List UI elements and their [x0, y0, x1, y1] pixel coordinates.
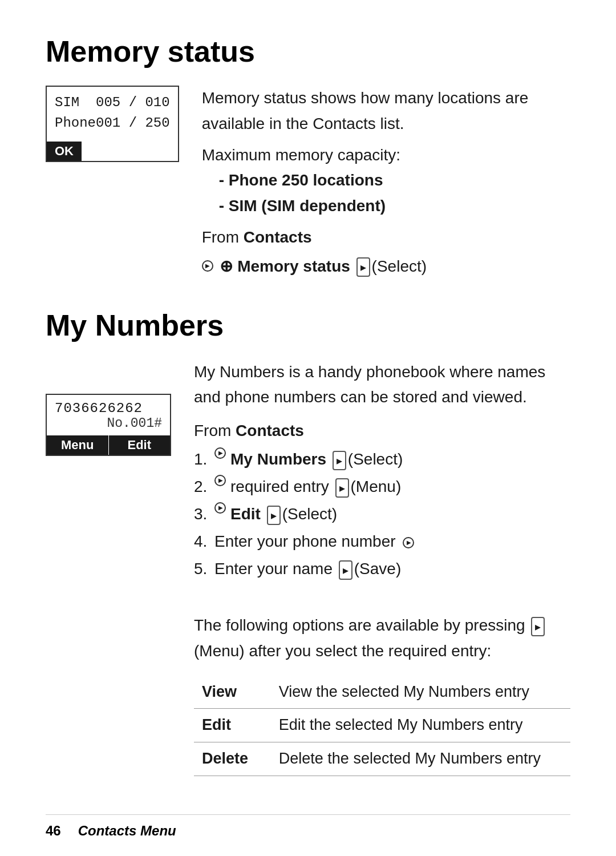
memory-nav: ▶ ⊕ Memory status ▸(Select) [202, 254, 570, 280]
option-view-row: View View the selected My Numbers entry [194, 676, 570, 709]
option-delete-desc: Delete the selected My Numbers entry [271, 742, 570, 776]
option-edit-label: Edit [194, 709, 271, 742]
screen2-inner: 7036626262 No.001# [47, 395, 170, 433]
step-2-text: required entry ▸(Menu) [230, 475, 401, 499]
page-footer: 46 Contacts Menu [46, 814, 570, 839]
step-5-num: 5. [194, 557, 214, 581]
circle-arrow-icon: ▶ [202, 260, 216, 272]
step-1: 1. ▶ My Numbers ▸(Select) [194, 447, 570, 471]
ok-button[interactable]: OK [47, 142, 82, 161]
phone-row: Phone 001 / 250 [55, 113, 170, 134]
sim-label: SIM [55, 92, 79, 113]
memory-status-section: SIM 005 / 010 Phone 001 / 250 OK Memory … [46, 86, 570, 280]
step-1-text: My Numbers ▸(Select) [230, 447, 403, 471]
step-5-text: Enter your name ▸(Save) [214, 557, 401, 581]
sim-value: 005 / 010 [96, 92, 170, 113]
phone-number-display: 7036626262 [55, 401, 162, 416]
memory-status-title: Memory status [46, 34, 570, 68]
options-table: View View the selected My Numbers entry … [194, 676, 570, 776]
memory-from-contacts: From Contacts [202, 225, 570, 251]
step-3: 3. ▶ Edit ▸(Select) [194, 502, 570, 526]
step-1-num: 1. [194, 447, 214, 471]
following-para: The following options are available by p… [194, 613, 570, 664]
menu-button[interactable]: Menu [47, 435, 108, 455]
phone-value: 001 / 250 [96, 113, 170, 134]
my-numbers-left: 7036626262 No.001# Menu Edit [46, 360, 171, 456]
screen-inner: SIM 005 / 010 Phone 001 / 250 [47, 87, 178, 139]
page-number: 46 [46, 823, 61, 839]
screen2-buttons: Menu Edit [47, 435, 170, 455]
my-numbers-section: 7036626262 No.001# Menu Edit My Numbers … [46, 360, 570, 584]
option-view-label: View [194, 676, 271, 709]
memory-description: Memory status shows how many locations a… [202, 86, 570, 137]
option-view-desc: View the selected My Numbers entry [271, 676, 570, 709]
step-5: 5. Enter your name ▸(Save) [194, 557, 570, 581]
screen-buttons: OK [47, 142, 178, 161]
option-edit-row: Edit Edit the selected My Numbers entry [194, 709, 570, 742]
step-3-text: Edit ▸(Select) [230, 502, 337, 526]
capacity-label: Maximum memory capacity: [202, 143, 570, 168]
my-numbers-screen: 7036626262 No.001# Menu Edit [46, 394, 171, 456]
my-numbers-from-contacts: From Contacts [194, 418, 570, 444]
footer-section-name: Contacts Menu [78, 823, 176, 839]
my-numbers-right: My Numbers is a handy phonebook where na… [194, 360, 570, 584]
step-4-num: 4. [194, 530, 214, 554]
option-delete-label: Delete [194, 742, 271, 776]
step-2-num: 2. [194, 475, 214, 499]
phone-label: Phone [55, 113, 96, 134]
step-1-icon: ▶ [214, 447, 228, 459]
edit-button[interactable]: Edit [109, 435, 171, 455]
capacity-phone: - Phone 250 locations [219, 168, 570, 193]
step-2-icon: ▶ [214, 475, 228, 486]
capacity-sim: - SIM (SIM dependent) [219, 193, 570, 219]
sim-row: SIM 005 / 010 [55, 92, 170, 113]
my-numbers-title: My Numbers [46, 308, 570, 342]
memory-status-left: SIM 005 / 010 Phone 001 / 250 OK [46, 86, 179, 162]
option-delete-row: Delete Delete the selected My Numbers en… [194, 742, 570, 776]
my-numbers-description: My Numbers is a handy phonebook where na… [194, 360, 570, 411]
step-2: 2. ▶ required entry ▸(Menu) [194, 475, 570, 499]
my-numbers-steps: 1. ▶ My Numbers ▸(Select) 2. [194, 447, 570, 581]
step-4: 4. Enter your phone number ▶ [194, 530, 570, 554]
no-label-display: No.001# [55, 416, 162, 431]
memory-status-right: Memory status shows how many locations a… [202, 86, 570, 280]
following-options-text: The following options are available by p… [194, 613, 570, 776]
option-edit-desc: Edit the selected My Numbers entry [271, 709, 570, 742]
step-3-icon: ▶ [214, 502, 228, 514]
step-3-num: 3. [194, 502, 214, 526]
page-content: Memory status SIM 005 / 010 Phone 001 / … [0, 0, 616, 810]
step-4-text: Enter your phone number ▶ [214, 530, 414, 554]
memory-status-screen: SIM 005 / 010 Phone 001 / 250 OK [46, 86, 179, 162]
